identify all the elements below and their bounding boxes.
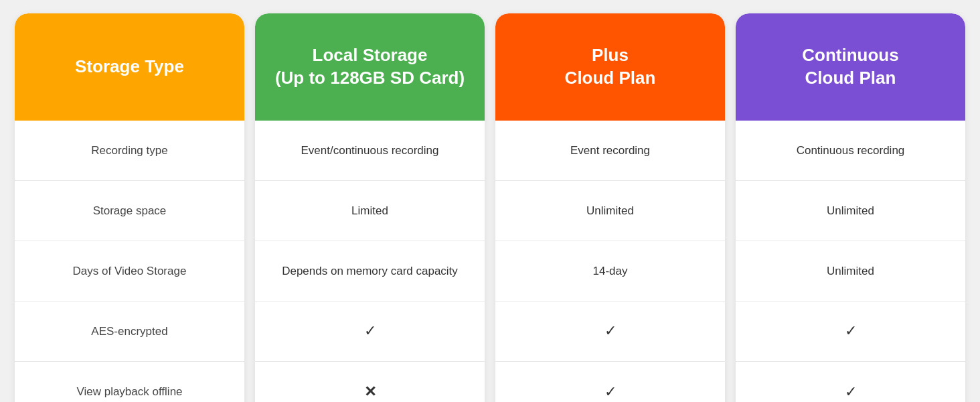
cell-plus-cloud-1: Unlimited [495, 181, 725, 241]
cell-storage-type-1: Storage space [15, 181, 244, 241]
cell-continuous-cloud-2: Unlimited [736, 241, 965, 302]
cell-continuous-cloud-4: ✓ [736, 362, 965, 402]
column-storage-type: Storage TypeRecording typeStorage spaceD… [15, 13, 244, 402]
cell-plus-cloud-0: Event recording [495, 121, 725, 181]
column-body-storage-type: Recording typeStorage spaceDays of Video… [15, 121, 244, 402]
cell-storage-type-3: AES-encrypted [15, 302, 244, 362]
column-header-plus-cloud: PlusCloud Plan [495, 13, 725, 121]
cell-plus-cloud-4: ✓ [495, 362, 725, 402]
cell-plus-cloud-3: ✓ [495, 302, 725, 362]
cell-local-storage-3: ✓ [255, 302, 485, 362]
check-icon: ✓ [845, 382, 857, 402]
comparison-table: Storage TypeRecording typeStorage spaceD… [15, 13, 965, 402]
check-icon: ✓ [364, 321, 376, 342]
column-header-text-continuous-cloud: ContinuousCloud Plan [802, 44, 898, 90]
cross-icon: ✕ [364, 382, 376, 402]
cell-storage-type-2: Days of Video Storage [15, 241, 244, 302]
cell-continuous-cloud-3: ✓ [736, 302, 965, 362]
column-body-local-storage: Event/continuous recordingLimitedDepends… [255, 121, 485, 402]
column-local-storage: Local Storage(Up to 128GB SD Card)Event/… [255, 13, 485, 402]
cell-local-storage-0: Event/continuous recording [255, 121, 485, 181]
cell-local-storage-1: Limited [255, 181, 485, 241]
check-icon: ✓ [845, 321, 857, 342]
column-plus-cloud: PlusCloud PlanEvent recordingUnlimited14… [495, 13, 725, 402]
cell-local-storage-2: Depends on memory card capacity [255, 241, 485, 302]
cell-local-storage-4: ✕ [255, 362, 485, 402]
cell-storage-type-0: Recording type [15, 121, 244, 181]
column-header-local-storage: Local Storage(Up to 128GB SD Card) [255, 13, 485, 121]
cell-continuous-cloud-0: Continuous recording [736, 121, 965, 181]
column-header-continuous-cloud: ContinuousCloud Plan [736, 13, 965, 121]
column-header-text-storage-type: Storage Type [75, 56, 184, 78]
check-icon: ✓ [604, 321, 617, 342]
cell-storage-type-4: View playback offline [15, 362, 244, 402]
column-header-text-plus-cloud: PlusCloud Plan [565, 44, 656, 90]
cell-continuous-cloud-1: Unlimited [736, 181, 965, 241]
column-continuous-cloud: ContinuousCloud PlanContinuous recording… [736, 13, 965, 402]
column-body-continuous-cloud: Continuous recordingUnlimitedUnlimited✓✓ [736, 121, 965, 402]
column-header-storage-type: Storage Type [15, 13, 244, 121]
column-header-text-local-storage: Local Storage(Up to 128GB SD Card) [275, 44, 465, 90]
cell-plus-cloud-2: 14-day [495, 241, 725, 302]
check-icon: ✓ [604, 382, 617, 402]
column-body-plus-cloud: Event recordingUnlimited14-day✓✓ [495, 121, 725, 402]
